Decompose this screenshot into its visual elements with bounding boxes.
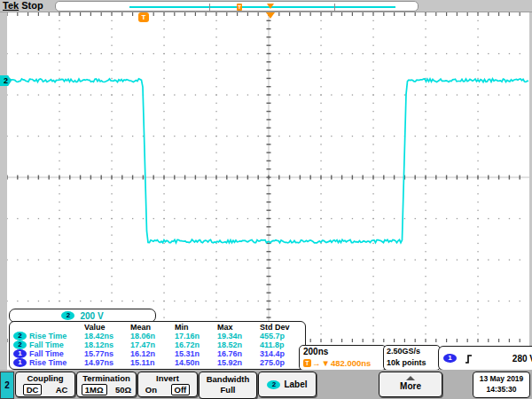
ch1-badge: 1 [13, 349, 27, 358]
triangle-down-icon: ▼ [322, 357, 330, 369]
col-stddev: Std Dev [260, 323, 302, 332]
table-row: 1Rise Time 14.97ns15.11n 14.50n15.92n 27… [12, 358, 305, 367]
date-text: 13 May 2019 [473, 373, 529, 384]
acquisition-readout: 2.50GS/s 10k points [383, 345, 441, 371]
acquisition-status: Tek Stop [3, 0, 43, 11]
col-value: Value [84, 323, 130, 332]
termination-1mohm-option[interactable]: 1MΩ [82, 384, 107, 395]
ch1-badge: 1 [13, 358, 27, 367]
time-text: 14:35:30 [473, 384, 529, 395]
termination-button[interactable]: Termination 1MΩ 50Ω [76, 372, 137, 397]
col-min: Min [175, 323, 217, 332]
sample-rate: 2.50GS/s [387, 346, 440, 357]
ch2-badge: 2 [13, 340, 27, 349]
rising-slope-icon [464, 353, 474, 364]
arrow-right-icon: → [312, 357, 321, 369]
trigger-level: 280 V [512, 354, 532, 364]
timebase-value: 200ns [303, 346, 386, 357]
trigger-readout: 1 280 V [438, 346, 532, 371]
record-waveform-line [129, 6, 395, 8]
invert-button[interactable]: Invert On Off [137, 372, 198, 397]
ch2-scale-value: 200 V [80, 311, 103, 321]
caret-up-icon [406, 376, 415, 380]
more-button[interactable]: More [379, 372, 442, 397]
col-max: Max [217, 323, 260, 332]
ch2-badge: 2 [13, 332, 27, 340]
record-expansion-icon [267, 4, 274, 9]
tek-logo: Tek [3, 0, 19, 11]
oscilloscope-screen: Tek Stop T T 2 2 200 V Value Mean Min Ma… [0, 0, 532, 399]
delay-value: 482.000ns [331, 357, 371, 369]
trigger-position-icon[interactable]: T [138, 12, 149, 22]
col-mean: Mean [130, 323, 175, 332]
table-row: 1Fall Time 15.77ns16.12n 15.31n16.76n 31… [12, 349, 305, 358]
invert-on-option[interactable]: On [145, 385, 157, 395]
timebase-readout: 200ns T→▼482.000ns [299, 345, 387, 371]
bandwidth-button[interactable]: Bandwidth Full [199, 372, 257, 399]
invert-off-option[interactable]: Off [171, 384, 191, 395]
coupling-button[interactable]: Coupling DC AC [15, 372, 75, 397]
window-right-tick [334, 4, 335, 11]
label-button[interactable]: 2 Label [258, 372, 317, 397]
delay-readout: T→▼482.000ns [303, 357, 386, 369]
acq-status-text: Stop [21, 0, 43, 11]
measurement-table: Value Mean Min Max Std Dev 2Rise Time 18… [9, 321, 306, 370]
ch2-badge: 2 [61, 311, 74, 320]
expansion-point-icon [266, 12, 275, 19]
record-view-bar[interactable]: T [55, 1, 419, 12]
channel2-menu-tab[interactable]: 2 [0, 372, 14, 399]
coupling-dc-option[interactable]: DC [23, 384, 43, 395]
termination-50ohm-option[interactable]: 50Ω [115, 385, 131, 395]
table-row: 2Rise Time 18.42ns18.06n 17.16n19.34n 45… [12, 332, 305, 340]
measurement-header-row: Value Mean Min Max Std Dev [12, 323, 305, 332]
top-status-bar: Tek Stop T [0, 0, 532, 12]
trigger-t-icon: T [303, 359, 311, 367]
trigger-source-badge: 1 [443, 354, 457, 363]
window-left-tick [209, 4, 210, 11]
coupling-ac-option[interactable]: AC [56, 385, 68, 395]
record-length: 10k points [387, 357, 440, 369]
ch2-badge: 2 [267, 380, 280, 389]
bottom-menu-bar: 2 Coupling DC AC Termination 1MΩ 50Ω Inv… [0, 370, 532, 399]
datetime-readout: 13 May 2019 14:35:30 [473, 372, 530, 398]
record-trigger-icon: T [237, 4, 242, 11]
table-row: 2Fall Time 18.12ns17.47n 16.72n18.52n 41… [12, 340, 305, 349]
